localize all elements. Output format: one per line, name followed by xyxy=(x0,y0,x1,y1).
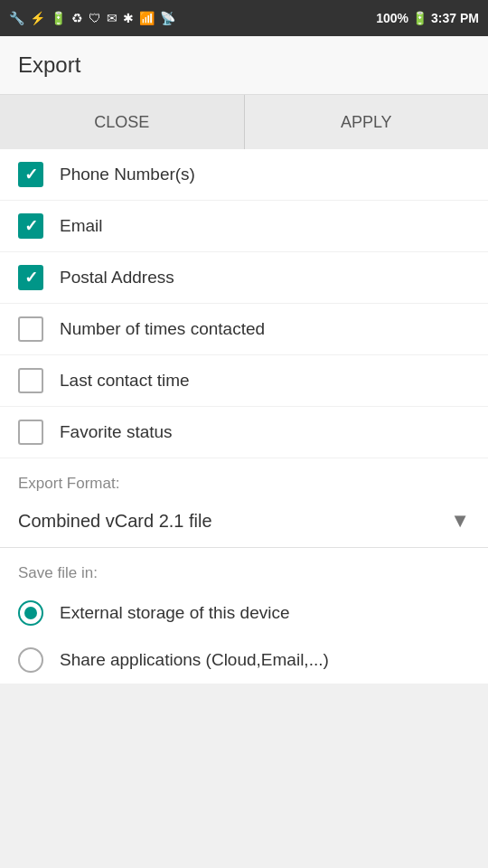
battery-saver-icon: 🔋 xyxy=(51,11,66,25)
checkbox-label-lastcontact: Last contact time xyxy=(60,371,190,391)
battery-percent: 100% xyxy=(376,11,408,25)
radio-item-share[interactable]: Share applications (Cloud,Email,...) xyxy=(0,637,488,684)
checkbox-list: Phone Number(s)EmailPostal AddressNumber… xyxy=(0,149,488,458)
checkbox-label-times: Number of times contacted xyxy=(60,319,265,339)
action-buttons: CLOSE APPLY xyxy=(0,95,488,149)
checkbox-label-phone: Phone Number(s) xyxy=(60,165,195,184)
checkbox-item-favorite[interactable]: Favorite status xyxy=(0,407,488,458)
status-icons-left: 🔧 ⚡ 🔋 ♻ 🛡 ✉ ✱ 📶 📡 xyxy=(9,11,175,25)
time: 3:37 PM xyxy=(431,11,479,25)
page-title: Export xyxy=(18,52,80,78)
chevron-down-icon: ▼ xyxy=(450,509,470,533)
content-area: Phone Number(s)EmailPostal AddressNumber… xyxy=(0,149,488,684)
title-bar: Export xyxy=(0,36,488,95)
checkbox-item-postal[interactable]: Postal Address xyxy=(0,252,488,304)
export-format-label: Export Format: xyxy=(0,458,488,500)
recycle-icon: ♻ xyxy=(71,11,83,25)
wrench-icon: 🔧 xyxy=(9,11,24,25)
radio-share xyxy=(18,647,43,673)
checkbox-phone xyxy=(18,162,43,187)
close-button[interactable]: CLOSE xyxy=(0,95,245,149)
checkbox-favorite xyxy=(18,420,43,445)
radio-label-external: External storage of this device xyxy=(60,603,290,623)
save-file-label: Save file in: xyxy=(0,548,488,590)
status-bar: 🔧 ⚡ 🔋 ♻ 🛡 ✉ ✱ 📶 📡 100% 🔋 3:37 PM xyxy=(0,0,488,36)
checkbox-item-phone[interactable]: Phone Number(s) xyxy=(0,149,488,201)
checkbox-postal xyxy=(18,265,43,290)
usb-icon: ⚡ xyxy=(30,11,45,25)
checkbox-item-email[interactable]: Email xyxy=(0,201,488,252)
wifi-icon: 📶 xyxy=(139,11,155,25)
signal-icon: 📡 xyxy=(160,11,175,25)
radio-list: External storage of this deviceShare app… xyxy=(0,590,488,684)
checkbox-lastcontact xyxy=(18,368,43,393)
bluetooth-icon: ✱ xyxy=(123,11,134,25)
shield-icon: 🛡 xyxy=(89,11,101,25)
checkbox-label-email: Email xyxy=(60,216,103,236)
radio-item-external[interactable]: External storage of this device xyxy=(0,590,488,637)
export-format-value: Combined vCard 2.1 file xyxy=(18,511,450,532)
checkbox-label-favorite: Favorite status xyxy=(60,422,173,442)
status-right: 100% 🔋 3:37 PM xyxy=(376,11,479,25)
checkbox-email xyxy=(18,213,43,239)
export-format-dropdown[interactable]: Combined vCard 2.1 file ▼ xyxy=(0,500,488,548)
gmail-icon: ✉ xyxy=(107,11,117,25)
radio-external xyxy=(18,600,43,626)
apply-button[interactable]: APPLY xyxy=(245,95,489,149)
checkbox-times xyxy=(18,316,43,342)
battery-icon: 🔋 xyxy=(412,11,427,25)
radio-label-share: Share applications (Cloud,Email,...) xyxy=(60,650,329,670)
checkbox-item-lastcontact[interactable]: Last contact time xyxy=(0,355,488,407)
checkbox-label-postal: Postal Address xyxy=(60,268,174,288)
checkbox-item-times[interactable]: Number of times contacted xyxy=(0,304,488,355)
